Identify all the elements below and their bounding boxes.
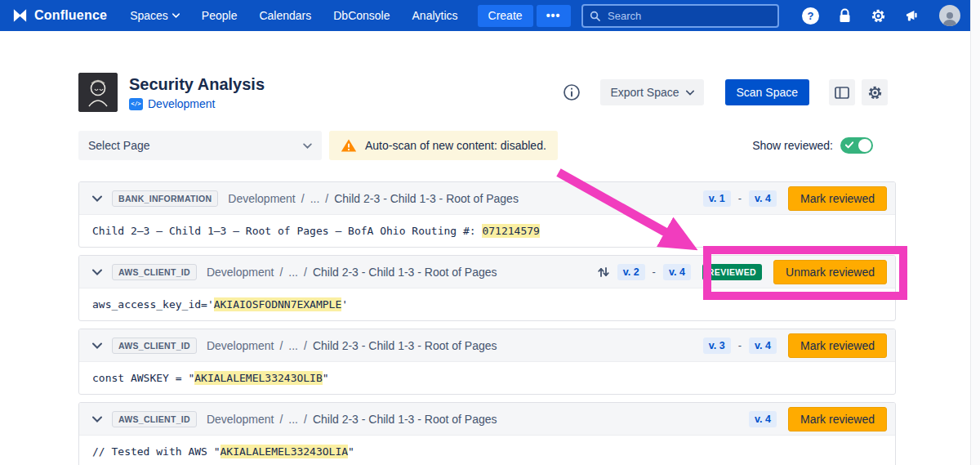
finding-header: AWS_CLIENT_ID Development / ... / Child … (79, 329, 895, 362)
reviewed-badge: REVIEWED (702, 264, 762, 280)
snippet-text: // Tested with AWS " (92, 445, 220, 458)
more-button[interactable]: ••• (537, 5, 571, 27)
avatar[interactable] (939, 5, 960, 26)
chevron-down-icon[interactable] (92, 269, 102, 275)
breadcrumb-space-link[interactable]: Development (207, 266, 274, 279)
filter-row: Select Page Auto-scan of new content: di… (78, 131, 896, 160)
breadcrumb-separator: / (304, 339, 307, 352)
autoscan-warning-banner: Auto-scan of new content: disabled. (329, 131, 558, 160)
breadcrumb-ellipsis[interactable]: ... (288, 413, 298, 426)
version-to-link[interactable]: v. 4 (749, 338, 777, 354)
chevron-down-icon[interactable] (92, 342, 102, 349)
version-from-link[interactable]: v. 3 (703, 338, 731, 354)
breadcrumb-separator: / (304, 266, 307, 279)
megaphone-icon[interactable] (905, 9, 920, 23)
page-select-dropdown[interactable]: Select Page (78, 131, 322, 160)
finding-actions: v. 4 Mark reviewed (749, 407, 887, 431)
version-from-link[interactable]: v. 2 (617, 264, 645, 280)
space-link-row: </> Development (129, 97, 265, 110)
breadcrumb-page-link[interactable]: Child 2-3 - Child 1-3 - Root of Pages (313, 339, 497, 352)
lock-icon[interactable] (838, 8, 852, 24)
chevron-down-icon[interactable] (92, 416, 102, 423)
nav-icon-cluster: ? (802, 5, 960, 26)
help-icon[interactable]: ? (802, 7, 819, 25)
highlighted-secret: AKIAIOSFODNN7EXAMPLE (214, 297, 342, 311)
nav-item-people[interactable]: People (202, 9, 238, 22)
show-reviewed-control: Show reviewed: (752, 137, 873, 154)
finding-snippet: // Tested with AWS "AKIALALEMEL33243OLIA… (79, 436, 895, 465)
breadcrumb: Development / ... / Child 2-3 - Child 1-… (207, 266, 497, 279)
finding-snippet: Child 2–3 – Child 1–3 – Root of Pages – … (79, 215, 895, 247)
search-icon (590, 11, 600, 21)
chevron-down-icon (686, 90, 694, 96)
breadcrumb-separator: / (325, 192, 328, 205)
chevron-down-icon (172, 13, 180, 18)
finding-card: AWS_CLIENT_ID Development / ... / Child … (78, 329, 896, 395)
confluence-logo-icon (11, 7, 29, 24)
breadcrumb-ellipsis[interactable]: ... (288, 339, 298, 352)
finding-actions: v. 2 - v. 4 REVIEWED Unmark reviewed (597, 260, 887, 284)
snippet-text: aws_access_key_id=' (92, 298, 214, 311)
scan-space-button[interactable]: Scan Space (725, 79, 810, 105)
confluence-brand[interactable]: Confluence (11, 7, 107, 24)
mark-reviewed-button[interactable]: Mark reviewed (788, 333, 887, 358)
space-link[interactable]: Development (148, 97, 216, 110)
top-nav: Confluence Spaces People Calendars DbCon… (0, 0, 980, 31)
breadcrumb-ellipsis[interactable]: ... (310, 192, 320, 205)
finding-type-badge: BANK_INFORMATION (112, 190, 218, 207)
search-box[interactable] (581, 4, 779, 28)
code-macro-icon: </> (129, 98, 143, 110)
info-icon[interactable] (563, 83, 581, 101)
scrollbar[interactable] (970, 0, 980, 465)
version-to-link[interactable]: v. 4 (663, 264, 691, 280)
version-to-link[interactable]: v. 4 (749, 190, 777, 207)
space-settings-gear-button[interactable] (862, 79, 888, 105)
header-controls: Export Space Scan Space (563, 79, 888, 105)
breadcrumb-space-link[interactable]: Development (228, 192, 296, 205)
finding-type-badge: AWS_CLIENT_ID (112, 338, 197, 354)
breadcrumb-page-link[interactable]: Child 2-3 - Child 1-3 - Root of Pages (334, 192, 519, 205)
export-space-button[interactable]: Export Space (600, 79, 703, 105)
nav-item-dbconsole[interactable]: DbConsole (333, 9, 390, 22)
breadcrumb-separator: / (279, 413, 283, 426)
finding-card: AWS_CLIENT_ID Development / ... / Child … (78, 255, 896, 321)
breadcrumb-separator: / (301, 192, 305, 205)
space-icon[interactable] (78, 73, 118, 112)
brand-name: Confluence (34, 8, 107, 23)
show-reviewed-toggle[interactable] (840, 137, 873, 154)
mark-reviewed-button[interactable]: Mark reviewed (788, 407, 887, 431)
highlighted-secret: AKIALALEMEL33243OLIA (220, 445, 349, 458)
version-from-link[interactable]: v. 1 (703, 190, 731, 207)
breadcrumb-page-link[interactable]: Child 2-3 - Child 1-3 - Root of Pages (313, 266, 497, 279)
snippet-text: const AWSKEY = " (92, 372, 194, 384)
breadcrumb-space-link[interactable]: Development (207, 339, 274, 352)
space-header: Security Analysis </> Development Export… (78, 73, 896, 112)
breadcrumb-page-link[interactable]: Child 2-3 - Child 1-3 - Root of Pages (313, 413, 497, 426)
space-title-block: Security Analysis </> Development (129, 74, 265, 110)
gear-icon[interactable] (871, 8, 886, 24)
finding-type-badge: AWS_CLIENT_ID (112, 411, 197, 427)
highlighted-secret: AKIALALEMEL33243OLIB (194, 371, 323, 385)
sidebar-toggle-button[interactable] (829, 79, 855, 105)
chevron-down-icon (303, 143, 312, 149)
version-to-link[interactable]: v. 4 (749, 411, 777, 427)
diff-icon[interactable] (597, 266, 610, 279)
findings-list: BANK_INFORMATION Development / ... / Chi… (78, 181, 896, 465)
unmark-reviewed-button[interactable]: Unmark reviewed (773, 260, 887, 284)
check-icon (845, 141, 853, 149)
search-input[interactable] (606, 9, 771, 23)
breadcrumb-ellipsis[interactable]: ... (288, 266, 298, 279)
create-button[interactable]: Create (478, 5, 533, 27)
finding-snippet: aws_access_key_id='AKIAIOSFODNN7EXAMPLE' (79, 288, 895, 320)
nav-item-spaces[interactable]: Spaces (130, 9, 180, 22)
nav-item-analytics[interactable]: Analytics (412, 9, 458, 22)
toggle-knob (858, 139, 871, 152)
breadcrumb-space-link[interactable]: Development (207, 413, 274, 426)
mark-reviewed-button[interactable]: Mark reviewed (788, 186, 887, 211)
chevron-down-icon[interactable] (92, 195, 102, 202)
nav-item-calendars[interactable]: Calendars (259, 9, 311, 22)
finding-type-badge: AWS_CLIENT_ID (112, 264, 197, 280)
confluence-security-analysis-page: Confluence Spaces People Calendars DbCon… (0, 0, 980, 465)
main-content: Security Analysis </> Development Export… (78, 73, 896, 465)
version-dash: - (653, 266, 656, 278)
